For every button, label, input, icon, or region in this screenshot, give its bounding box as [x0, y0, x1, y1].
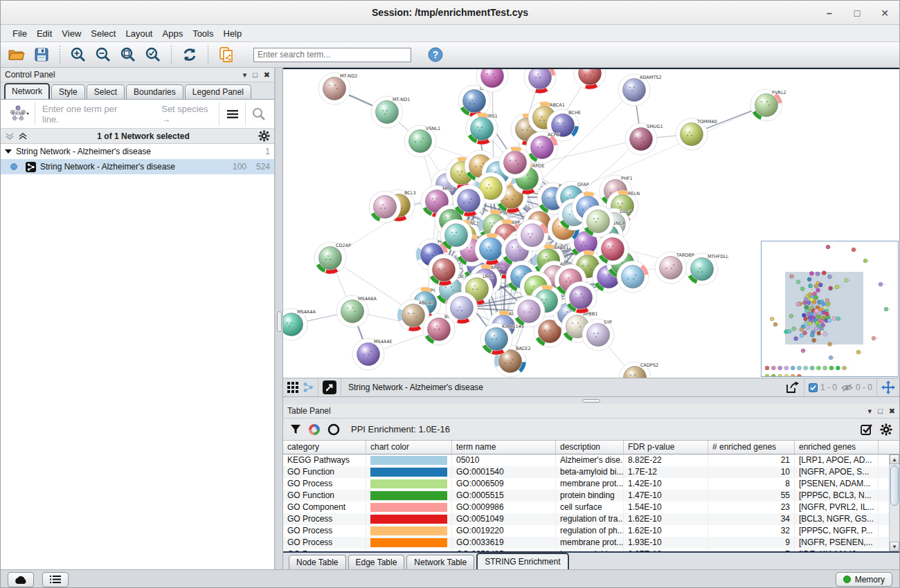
share-view-icon[interactable]: [303, 382, 314, 393]
network-node[interactable]: MS4A4A: [283, 309, 316, 340]
table-row[interactable]: KEGG Pathways05010Alzheimer's dise...8.8…: [283, 454, 899, 466]
open-session-button[interactable]: [6, 45, 27, 64]
gear-icon[interactable]: [880, 423, 892, 436]
table-row[interactable]: GO ComponentGO:0009986cell surface1.54E-…: [283, 502, 899, 513]
panel-close-icon[interactable]: ✖: [264, 71, 270, 80]
network-node[interactable]: TOMM40: [676, 118, 717, 150]
scrollbar-thumb[interactable]: [890, 466, 899, 506]
string-protein-query-button[interactable]: STRING: [3, 102, 35, 126]
network-node[interactable]: [565, 282, 597, 313]
tab-edge-table[interactable]: Edge Table: [348, 555, 405, 569]
column-header-4[interactable]: FDR p-value: [624, 441, 708, 454]
maximize-button[interactable]: □: [848, 5, 866, 21]
tab-boundaries[interactable]: Boundaries: [126, 84, 183, 99]
network-node[interactable]: [369, 191, 401, 223]
zoom-selected-button[interactable]: [143, 45, 163, 64]
network-node[interactable]: CD2AP: [314, 242, 351, 274]
column-header-0[interactable]: category: [283, 441, 366, 454]
tab-string-enrichment[interactable]: STRING Enrichment: [476, 553, 568, 569]
refresh-button[interactable]: [179, 45, 200, 64]
zoom-fit-button[interactable]: [118, 45, 138, 64]
detach-view-icon[interactable]: [323, 380, 336, 394]
network-node[interactable]: [582, 205, 614, 237]
network-node[interactable]: [574, 69, 606, 89]
network-node[interactable]: MS4A6A: [336, 295, 377, 327]
menu-item-layout[interactable]: Layout: [120, 27, 157, 40]
close-button[interactable]: ✕: [876, 5, 894, 21]
task-history-button[interactable]: [42, 572, 69, 587]
table-row[interactable]: GO ProcessGO:0033619membrane prot...1.93…: [283, 537, 899, 549]
panel-float-icon[interactable]: □: [878, 407, 883, 415]
filter-icon[interactable]: [290, 424, 301, 435]
tab-select[interactable]: Select: [87, 84, 125, 99]
menu-item-apps[interactable]: Apps: [158, 27, 188, 40]
scroll-up-button[interactable]: ▲: [890, 454, 899, 464]
birdseye-navigator[interactable]: [761, 241, 899, 377]
network-node[interactable]: [513, 295, 545, 327]
tab-network-table[interactable]: Network Table: [406, 555, 474, 569]
tab-network[interactable]: Network: [4, 83, 50, 99]
grid-mode-icon[interactable]: [287, 382, 298, 393]
tab-legend-panel[interactable]: Legend Panel: [185, 84, 251, 99]
enrichment-chart-icon[interactable]: [308, 423, 321, 436]
network-canvas[interactable]: MT-ND2MT-ND1VSNL1GAB2ADAMTS2SMUG1TOMM40P…: [283, 68, 899, 378]
column-header-6[interactable]: enriched genes: [795, 441, 879, 454]
network-node[interactable]: CADPS2: [619, 362, 658, 378]
table-row[interactable]: GO ProcessGO:0051049regulation of tra...…: [283, 513, 899, 525]
network-node[interactable]: [446, 292, 478, 324]
network-row[interactable]: String Network - Alzheimer's disease 100…: [1, 159, 274, 174]
clone-network-button[interactable]: [216, 45, 237, 64]
menu-item-select[interactable]: Select: [86, 27, 120, 40]
column-header-3[interactable]: description: [556, 441, 624, 454]
tab-node-table[interactable]: Node Table: [289, 555, 346, 569]
menu-item-tools[interactable]: Tools: [188, 27, 218, 40]
network-node[interactable]: ACHE: [526, 131, 560, 163]
network-node[interactable]: ADAMTS2: [618, 74, 662, 106]
menu-item-help[interactable]: Help: [219, 27, 247, 40]
export-network-icon[interactable]: [786, 381, 800, 394]
panel-menu-icon[interactable]: ▾: [243, 71, 247, 80]
table-vertical-scrollbar[interactable]: ▲ ▼: [889, 454, 899, 551]
tab-style[interactable]: Style: [51, 84, 85, 99]
zoom-out-button[interactable]: [93, 45, 114, 64]
network-node[interactable]: [453, 185, 485, 217]
memory-indicator[interactable]: Memory: [836, 572, 892, 587]
network-node[interactable]: IRS1: [466, 113, 498, 145]
table-row[interactable]: GO FunctionGO:0001540beta-amyloid bi...1…: [283, 466, 899, 478]
minimize-button[interactable]: –: [820, 5, 838, 21]
network-node[interactable]: VSNL1: [404, 125, 440, 157]
column-header-2[interactable]: term name: [452, 441, 556, 454]
search-input[interactable]: [253, 48, 411, 62]
collapse-all-icon[interactable]: [5, 132, 15, 140]
horizontal-splitter-grip[interactable]: [582, 399, 600, 403]
scroll-down-button[interactable]: ▼: [890, 542, 899, 551]
pan-compass-icon[interactable]: [881, 380, 895, 394]
zoom-in-button[interactable]: [68, 45, 89, 64]
network-node[interactable]: MS4A4E: [352, 338, 393, 370]
network-node[interactable]: [617, 261, 649, 293]
string-options-button[interactable]: [219, 102, 245, 126]
tree-expand-icon[interactable]: [5, 149, 12, 154]
network-node[interactable]: [499, 147, 531, 178]
save-session-button[interactable]: [31, 45, 52, 64]
table-row[interactable]: GO ProcessGO:0019220regulation of ph...1…: [283, 525, 899, 537]
table-row[interactable]: GO ProcessGO:0050435beta-amyloid m...2.0…: [283, 549, 899, 551]
menu-item-edit[interactable]: Edit: [32, 27, 57, 40]
expand-all-icon[interactable]: [18, 132, 28, 140]
network-node[interactable]: [516, 219, 548, 251]
column-header-5[interactable]: # enriched genes: [708, 441, 795, 454]
network-node[interactable]: SYP: [582, 319, 614, 351]
string-search-button[interactable]: [245, 102, 271, 126]
panel-splitter[interactable]: [275, 68, 283, 569]
string-query-input[interactable]: Enter one term per line. Set species →: [35, 104, 219, 125]
navigator-graph[interactable]: [762, 241, 898, 376]
network-node[interactable]: [597, 233, 629, 265]
network-node[interactable]: [428, 254, 460, 286]
menu-item-view[interactable]: View: [57, 27, 86, 40]
cloud-tasks-button[interactable]: [8, 572, 34, 587]
select-columns-icon[interactable]: [861, 423, 873, 436]
help-button[interactable]: ?: [425, 45, 446, 64]
menu-item-file[interactable]: File: [8, 27, 32, 40]
network-collection-row[interactable]: String Network - Alzheimer's disease 1: [1, 144, 274, 159]
panel-close-icon[interactable]: ✖: [889, 407, 895, 416]
